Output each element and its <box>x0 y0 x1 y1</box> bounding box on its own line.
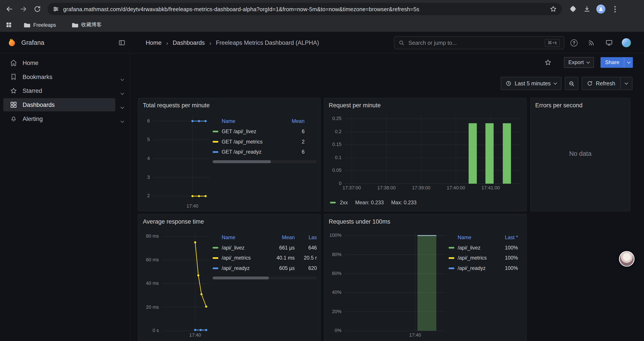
news-rss-icon[interactable] <box>588 32 595 53</box>
kiosk-monitor-icon[interactable] <box>606 32 613 53</box>
profile-avatar[interactable] <box>594 2 608 16</box>
panel-title[interactable]: Total requests per minute <box>138 98 320 112</box>
legend-row[interactable]: /api/_metrics 100% <box>449 253 523 263</box>
series-name[interactable]: /api/_livez <box>458 245 494 250</box>
legend-row[interactable]: /api/_readyz 100% <box>449 263 523 273</box>
favorite-star-icon[interactable] <box>544 59 552 66</box>
series-name[interactable]: /api/_metrics <box>222 255 267 261</box>
help-icon[interactable]: ? <box>570 32 578 53</box>
bookmark-folder-blogs[interactable]: 收藏博客 <box>72 21 102 28</box>
legend-header-name[interactable]: Name <box>458 235 494 240</box>
legend-row[interactable]: /api/_livez 661 µs 646 <box>212 242 317 253</box>
floating-assistant-avatar[interactable] <box>619 251 634 267</box>
reload-icon <box>34 5 41 13</box>
y-axis-tick: 80 ms <box>146 234 159 239</box>
series-color-dash <box>212 247 218 248</box>
reload-button[interactable] <box>30 2 44 16</box>
legend-scrollbar[interactable] <box>212 160 317 163</box>
site-settings-icon[interactable] <box>52 6 59 12</box>
chart-requests-under-100ms[interactable]: 100%80%60%40%20%0%17:40 <box>345 232 446 331</box>
zoom-out-button[interactable] <box>565 77 578 90</box>
panel-errors-per-second: Errors per second No data <box>530 98 630 211</box>
person-icon <box>598 6 604 12</box>
y-axis-tick: 60% <box>332 271 342 276</box>
series-name[interactable]: /api/_livez <box>222 245 267 250</box>
chevron-down-icon[interactable] <box>121 75 124 83</box>
search-icon <box>398 40 404 46</box>
bookmark-folder-freeleaps[interactable]: Freeleaps <box>24 22 56 28</box>
legend-header-name[interactable]: Name <box>222 118 283 124</box>
grafana-logo[interactable] <box>6 37 17 48</box>
search-input[interactable] <box>408 39 545 46</box>
series-color-dash <box>212 267 218 269</box>
export-button[interactable]: Export <box>564 57 594 68</box>
series-name[interactable]: /api/_readyz <box>222 265 267 271</box>
legend-row[interactable]: GET /api/_livez 6 <box>212 126 317 137</box>
panel-average-response-time: Average response time 80 ms60 ms40 ms20 … <box>138 214 320 341</box>
legend-row[interactable]: GET /api/_metrics 2 <box>212 137 317 147</box>
legend-row[interactable]: GET /api/_readyz 6 <box>212 147 317 157</box>
legend-row[interactable]: /api/_readyz 605 µs 620 <box>212 263 317 273</box>
legend-header-mean[interactable]: Mean <box>286 118 304 124</box>
chevron-down-icon[interactable] <box>121 103 124 111</box>
legend-row[interactable]: /api/_metrics 40.1 ms 20.5 r <box>212 253 317 263</box>
y-axis-tick: 60 ms <box>146 258 159 262</box>
chart-request-per-minute[interactable]: 0.250.20.150.10.05017:37:0017:38:0017:39… <box>345 115 520 184</box>
series-name[interactable]: /api/_metrics <box>458 255 494 261</box>
legend-header-mean[interactable]: Mean <box>270 235 294 240</box>
y-axis-tick: 3 <box>147 175 150 180</box>
panel-title[interactable]: Requests under 100ms <box>324 214 526 228</box>
user-avatar[interactable] <box>622 32 631 53</box>
legend-scrollbar[interactable] <box>212 276 317 279</box>
scrollbar-thumb[interactable] <box>212 276 269 279</box>
legend-header-last[interactable]: Las <box>298 235 317 240</box>
legend-row[interactable]: /api/_livez 100% <box>449 242 523 253</box>
time-range-picker[interactable]: Last 5 minutes <box>501 77 561 90</box>
series-name[interactable]: GET /api/_livez <box>222 128 283 134</box>
scrollbar-thumb[interactable] <box>212 160 271 163</box>
breadcrumb-dashboards[interactable]: Dashboards <box>173 40 205 46</box>
search-box[interactable]: ⌘+k <box>394 36 564 49</box>
grid-icon <box>6 22 12 28</box>
downloads-icon[interactable] <box>580 2 594 16</box>
refresh-button[interactable]: Refresh <box>582 77 620 90</box>
series-name[interactable]: GET /api/_readyz <box>222 149 283 155</box>
series-name[interactable]: /api/_readyz <box>458 265 494 271</box>
forward-button[interactable] <box>16 2 30 16</box>
chevron-down-icon[interactable] <box>121 89 124 97</box>
back-button[interactable] <box>2 2 16 16</box>
series-color-dash <box>449 247 454 248</box>
breadcrumb-home[interactable]: Home <box>146 40 162 46</box>
series-name[interactable]: 2xx <box>340 200 348 205</box>
legend-header-last[interactable]: Last * <box>497 235 518 240</box>
chevron-down-icon[interactable] <box>121 117 124 125</box>
panel-title[interactable]: Average response time <box>138 214 320 228</box>
legend-request-per-minute[interactable]: 2xx Mean: 0.233 Max: 0.233 <box>330 198 416 206</box>
three-dots-icon <box>614 6 616 12</box>
legend-header-row: Name Mean <box>212 116 317 126</box>
chart-total-requests[interactable]: 6543217:40 <box>153 115 209 202</box>
share-button[interactable]: Share <box>600 57 624 68</box>
bookmark-star-icon[interactable] <box>550 5 557 13</box>
extensions-icon[interactable] <box>566 2 580 16</box>
url-bar[interactable]: grafana.mathmast.com/d/deytv4rwavabkb/fr… <box>48 3 562 15</box>
sidebar-item-label: Dashboards <box>22 102 54 108</box>
panel-title[interactable]: Request per minute <box>324 98 526 112</box>
y-axis-tick: 0.05 <box>332 168 342 173</box>
x-axis-tick: 17:40:00 <box>447 186 465 190</box>
browser-menu-icon[interactable] <box>608 2 622 16</box>
chart-average-response-time[interactable]: 80 ms60 ms40 ms20 ms0 s17:40 <box>162 232 209 331</box>
legend-header-name[interactable]: Name <box>222 235 267 240</box>
panel-left-icon <box>118 39 126 47</box>
series-color-dash <box>212 131 218 132</box>
series-color-dash <box>449 267 454 269</box>
dock-sidebar-icon[interactable] <box>118 39 126 47</box>
share-dropdown-button[interactable] <box>624 57 633 68</box>
shortcut-hint: ⌘+k <box>545 39 560 47</box>
refresh-interval-dropdown[interactable] <box>620 77 632 90</box>
panel-title[interactable]: Errors per second <box>531 98 630 112</box>
bookmarks-bar: Freeleaps 收藏博客 <box>0 18 644 32</box>
apps-grid-icon[interactable] <box>2 19 15 31</box>
series-name[interactable]: GET /api/_metrics <box>222 139 283 144</box>
folder-icon <box>24 22 30 28</box>
